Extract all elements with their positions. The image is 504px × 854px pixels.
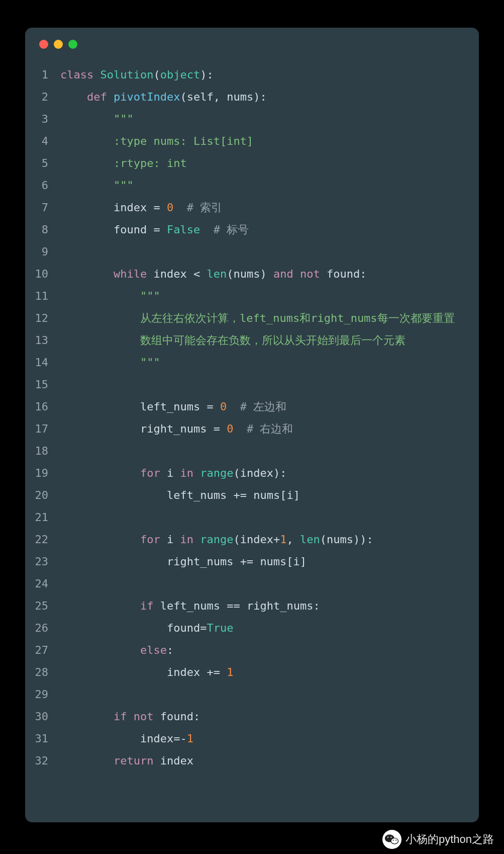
code-line: 29: [25, 684, 479, 706]
line-number: 23: [25, 551, 60, 573]
code-line: 5 :rtype: int: [25, 152, 479, 175]
minimize-icon[interactable]: [54, 40, 63, 49]
code-line: 21: [25, 506, 479, 529]
close-icon[interactable]: [39, 40, 48, 49]
code-line: 15: [25, 374, 479, 396]
line-number: 12: [25, 307, 60, 329]
svg-point-6: [387, 837, 388, 838]
code-line: 10 while index < len(nums) and not found…: [25, 263, 479, 285]
code-line: 32 return index: [25, 750, 479, 772]
code-line: 8 found = False # 标号: [25, 219, 479, 241]
line-number: 14: [25, 352, 60, 374]
code-line: 23 right_nums += nums[i]: [25, 551, 479, 573]
line-number: 4: [25, 130, 60, 152]
code-line: 31 index=-1: [25, 728, 479, 750]
code-line: 12 从左往右依次计算，left_nums和right_nums每一次都要重置: [25, 307, 479, 329]
line-number: 19: [25, 462, 60, 484]
code-content: left_nums += nums[i]: [60, 484, 479, 506]
code-content: index = 0 # 索引: [60, 197, 479, 219]
code-content: :type nums: List[int]: [60, 130, 479, 152]
code-line: 13 数组中可能会存在负数，所以从头开始到最后一个元素: [25, 329, 479, 352]
line-number: 3: [25, 108, 60, 130]
code-line: 19 for i in range(index):: [25, 462, 479, 484]
line-number: 8: [25, 219, 60, 241]
footer-text: 小杨的python之路: [406, 832, 494, 847]
line-number: 18: [25, 440, 60, 462]
line-number: 16: [25, 396, 60, 418]
line-number: 15: [25, 374, 60, 396]
svg-point-3: [391, 838, 398, 843]
code-content: return index: [60, 750, 479, 772]
line-number: 22: [25, 529, 60, 551]
line-number: 24: [25, 573, 60, 595]
code-line: 18: [25, 440, 479, 462]
code-line: 9: [25, 241, 479, 263]
code-content: 数组中可能会存在负数，所以从头开始到最后一个元素: [60, 329, 479, 352]
code-line: 22 for i in range(index+1, len(nums)):: [25, 529, 479, 551]
code-line: 28 index += 1: [25, 661, 479, 684]
code-line: 11 """: [25, 285, 479, 307]
code-content: if not found:: [60, 706, 479, 728]
line-number: 27: [25, 639, 60, 661]
window-titlebar: [25, 28, 479, 53]
code-content: """: [60, 352, 479, 374]
code-line: 6 """: [25, 175, 479, 197]
line-number: 1: [25, 64, 60, 86]
code-line: 1class Solution(object):: [25, 64, 479, 86]
code-content: class Solution(object):: [60, 64, 479, 86]
line-number: 28: [25, 661, 60, 684]
code-window: 1class Solution(object):2 def pivotIndex…: [25, 28, 479, 822]
line-number: 9: [25, 241, 60, 263]
code-content: for i in range(index):: [60, 462, 479, 484]
line-number: 32: [25, 750, 60, 772]
code-line: 3 """: [25, 108, 479, 130]
code-content: """: [60, 285, 479, 307]
code-line: 14 """: [25, 352, 479, 374]
code-line: 16 left_nums = 0 # 左边和: [25, 396, 479, 418]
code-content: if left_nums == right_nums:: [60, 595, 479, 617]
line-number: 26: [25, 617, 60, 639]
code-line: 20 left_nums += nums[i]: [25, 484, 479, 506]
line-number: 30: [25, 706, 60, 728]
code-content: right_nums += nums[i]: [60, 551, 479, 573]
code-content: 从左往右依次计算，left_nums和right_nums每一次都要重置: [60, 307, 479, 329]
code-content: for i in range(index+1, len(nums)):: [60, 529, 479, 551]
line-number: 31: [25, 728, 60, 750]
code-editor: 1class Solution(object):2 def pivotIndex…: [25, 53, 479, 772]
code-content: def pivotIndex(self, nums):: [60, 86, 479, 108]
code-content: """: [60, 175, 479, 197]
code-line: 25 if left_nums == right_nums:: [25, 595, 479, 617]
code-content: while index < len(nums) and not found:: [60, 263, 479, 285]
line-number: 11: [25, 285, 60, 307]
line-number: 13: [25, 329, 60, 352]
line-number: 29: [25, 684, 60, 706]
line-number: 6: [25, 175, 60, 197]
line-number: 21: [25, 506, 60, 529]
code-line: 4 :type nums: List[int]: [25, 130, 479, 152]
line-number: 20: [25, 484, 60, 506]
svg-point-4: [393, 840, 394, 841]
code-line: 26 found=True: [25, 617, 479, 639]
footer-watermark: 小杨的python之路: [0, 825, 504, 854]
code-line: 27 else:: [25, 639, 479, 661]
wechat-icon: [382, 830, 401, 849]
code-content: right_nums = 0 # 右边和: [60, 418, 479, 440]
line-number: 5: [25, 152, 60, 175]
code-line: 7 index = 0 # 索引: [25, 197, 479, 219]
line-number: 25: [25, 595, 60, 617]
line-number: 2: [25, 86, 60, 108]
line-number: 10: [25, 263, 60, 285]
code-content: index=-1: [60, 728, 479, 750]
code-line: 24: [25, 573, 479, 595]
code-content: left_nums = 0 # 左边和: [60, 396, 479, 418]
code-line: 17 right_nums = 0 # 右边和: [25, 418, 479, 440]
line-number: 7: [25, 197, 60, 219]
code-content: """: [60, 108, 479, 130]
code-content: :rtype: int: [60, 152, 479, 175]
line-number: 17: [25, 418, 60, 440]
svg-point-7: [390, 837, 391, 838]
svg-point-5: [395, 840, 396, 841]
code-content: found = False # 标号: [60, 219, 479, 241]
code-line: 30 if not found:: [25, 706, 479, 728]
zoom-icon[interactable]: [68, 40, 77, 49]
